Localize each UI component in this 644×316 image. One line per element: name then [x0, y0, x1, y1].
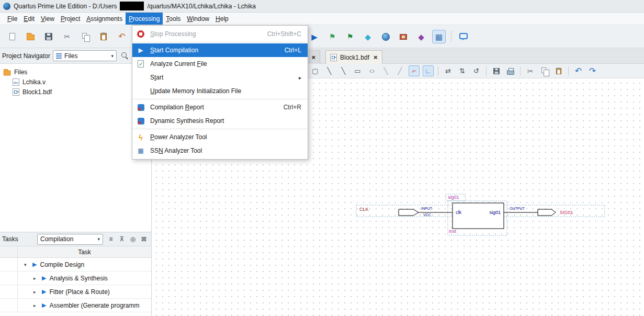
tab-block1-bdf[interactable]: Block1.bdf × — [325, 50, 382, 64]
partial-line-selection-toggle[interactable]: ∟ — [423, 65, 434, 76]
fitter-button[interactable]: ⚑ — [343, 30, 357, 43]
navigator-mode-select[interactable]: Files ▾ — [53, 50, 117, 61]
tasks-table-header: Task — [0, 246, 151, 258]
start-compilation-button[interactable]: ▶ — [308, 30, 321, 43]
ellipse-tool-button[interactable]: ○ — [366, 65, 377, 76]
task-row-compile-design[interactable]: ▾ ▶ Compile Design — [0, 258, 151, 272]
line-icon: ╲ — [327, 67, 332, 75]
cut-button[interactable]: ✂ — [60, 30, 74, 43]
menu-item-compilation-report[interactable]: Compilation Report Ctrl+R — [132, 100, 308, 114]
menu-assignments[interactable]: Assignments — [83, 13, 126, 25]
input-pin-symbol[interactable] — [399, 209, 419, 216]
tasks-menu-button[interactable]: ≡ — [106, 234, 116, 244]
diagonal-line-icon: ╲ — [384, 67, 388, 75]
chat-help-button[interactable] — [457, 30, 470, 43]
menu-item-start[interactable]: Start ▸ — [132, 71, 308, 84]
undo-button[interactable]: ↶ — [115, 30, 129, 43]
copy-button[interactable] — [78, 30, 92, 43]
menu-project[interactable]: Project — [58, 13, 83, 25]
flip-horizontal-icon: ⇄ — [445, 67, 451, 75]
menu-file[interactable]: File — [4, 13, 20, 25]
save-button[interactable] — [491, 65, 502, 76]
output-pin-symbol[interactable] — [538, 209, 556, 216]
flip-vertical-button[interactable]: ⇅ — [457, 65, 468, 76]
rotate-icon: ↺ — [473, 67, 479, 75]
tasks-close-button[interactable]: ⊠ — [139, 234, 149, 244]
output-pin-name[interactable]: SIG01 — [560, 210, 573, 215]
menu-item-analyze-current-file[interactable]: Analyze Current File — [132, 57, 308, 71]
task-label: Assembler (Generate programm — [49, 302, 139, 309]
menu-shortcut: Ctrl+L — [285, 47, 301, 54]
analysis-synthesis-button[interactable]: ⚑ — [325, 30, 339, 43]
block-type-label[interactable]: sig01 — [448, 195, 459, 200]
tab-close-icon[interactable]: × — [311, 53, 315, 61]
chat-bubble-icon — [459, 33, 468, 39]
rotate-left-button[interactable]: ↺ — [471, 65, 482, 76]
undo-button[interactable]: ↶ — [573, 65, 584, 76]
expander-closed-icon[interactable]: ▸ — [33, 276, 39, 281]
new-file-button[interactable] — [5, 30, 19, 43]
block-instance[interactable] — [453, 203, 504, 229]
expander-closed-icon[interactable]: ▸ — [33, 289, 39, 295]
pin-planner-button[interactable]: ◆ — [414, 30, 428, 43]
tasks-flow-select[interactable]: Compilation ▾ — [37, 234, 103, 245]
files-list-icon — [56, 53, 62, 59]
menu-item-dynamic-synthesis-report[interactable]: Dynamic Synthesis Report — [132, 114, 308, 128]
task-row-analysis-synthesis[interactable]: ▸ ▶ Analysis & Synthesis — [0, 272, 151, 285]
bdf-file-icon — [330, 54, 337, 61]
task-row-assembler[interactable]: ▸ ▶ Assembler (Generate programm — [0, 299, 151, 312]
window-title-suffix: /quartus/MAX10/Lchika/Lchika - Lchika — [147, 3, 255, 10]
menu-edit[interactable]: Edit — [20, 13, 38, 25]
menu-item-start-compilation[interactable]: ▶ Start Compilation Ctrl+L — [132, 43, 308, 57]
save-icon — [493, 68, 500, 74]
arc-tool-button[interactable]: ╱ — [394, 65, 405, 76]
navigator-mode-value: Files — [64, 52, 77, 60]
copy-button[interactable] — [539, 65, 550, 76]
menu-tools[interactable]: Tools — [163, 13, 184, 25]
open-project-button[interactable] — [24, 30, 37, 43]
tasks-pin-button[interactable]: ⊼ — [117, 234, 127, 244]
project-navigator-panel: Project Navigator Files ▾ Files Lchika.v… — [0, 48, 152, 232]
save-button[interactable] — [42, 30, 55, 43]
cut-button[interactable]: ✂ — [525, 65, 536, 76]
resource-viewer-button[interactable]: ▦ — [432, 30, 446, 43]
tree-item-lchika-v[interactable]: Lchika.v — [0, 77, 151, 87]
line-tool-button[interactable]: ╲ — [324, 65, 335, 76]
expander-closed-icon[interactable]: ▸ — [33, 303, 39, 308]
flip-horizontal-button[interactable]: ⇄ — [443, 65, 454, 76]
selection-tool-button[interactable]: ▢ — [310, 65, 321, 76]
task-row-fitter[interactable]: ▸ ▶ Fitter (Place & Route) — [0, 285, 151, 299]
tasks-float-button[interactable]: ◎ — [128, 234, 138, 244]
chevron-down-icon: ▾ — [111, 53, 114, 59]
menu-processing[interactable]: Processing — [126, 13, 163, 25]
menu-window[interactable]: Window — [184, 13, 212, 25]
redo-button[interactable]: ↷ — [587, 65, 598, 76]
rubberbanding-toggle[interactable]: ⌐ — [409, 65, 420, 76]
instance-name-label[interactable]: inst — [449, 229, 457, 234]
copy-icon — [541, 67, 546, 73]
netlist-viewer-button[interactable] — [379, 30, 392, 43]
float-window-icon: ◎ — [130, 235, 135, 243]
programmer-button[interactable] — [397, 30, 410, 43]
navigator-search-button[interactable] — [119, 51, 130, 61]
rectangle-tool-button[interactable]: ▭ — [352, 65, 363, 76]
menu-item-ssn-analyzer-tool[interactable]: ▦ SSN Analyzer Tool — [132, 144, 308, 157]
tab-close-icon[interactable]: × — [374, 53, 378, 61]
diagonal-line-tool-button[interactable]: ╲ — [380, 65, 391, 76]
new-file-icon — [9, 33, 15, 40]
bus-tool-button[interactable]: ╲ — [338, 65, 349, 76]
menu-item-power-analyzer-tool[interactable]: ϟ Power Analyzer Tool — [132, 130, 308, 144]
menu-help[interactable]: Help — [212, 13, 232, 25]
input-pin-name[interactable]: CLK — [359, 207, 369, 212]
menu-item-stop-processing[interactable]: Stop Processing Ctrl+Shift+C — [132, 27, 308, 41]
expander-open-icon[interactable]: ▾ — [24, 262, 29, 267]
paste-button[interactable] — [553, 65, 564, 76]
tree-item-files[interactable]: Files — [0, 67, 151, 77]
paste-button[interactable] — [97, 30, 110, 43]
timing-analyzer-button[interactable]: ◆ — [361, 30, 375, 43]
input-pin-type: INPUT — [421, 207, 433, 210]
menu-item-update-memory-init-file[interactable]: Update Memory Initialization File — [132, 84, 308, 98]
print-button[interactable] — [505, 65, 516, 76]
tree-item-block1-bdf[interactable]: Block1.bdf — [0, 87, 151, 97]
menu-view[interactable]: View — [38, 13, 58, 25]
